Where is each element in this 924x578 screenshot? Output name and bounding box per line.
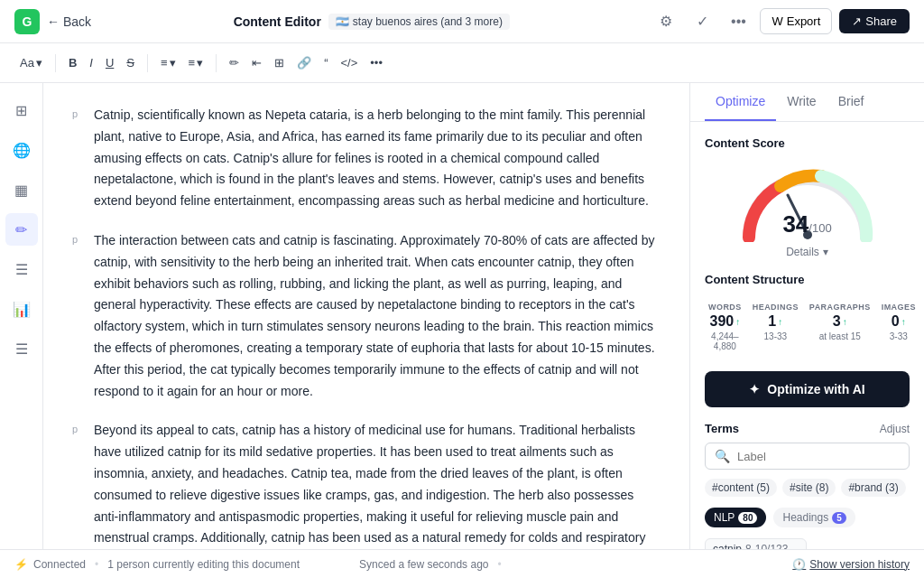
export-button[interactable]: W Export: [760, 8, 832, 34]
tab-brief[interactable]: Brief: [827, 83, 875, 121]
headings-tab-label: Headings: [782, 511, 828, 524]
topbar: G ← Back Content Editor 🇦🇷 stay buenos a…: [0, 0, 924, 43]
tab-write[interactable]: Write: [776, 83, 827, 121]
status-bar: ⚡ Connected • 1 person currently editing…: [0, 549, 924, 578]
terms-title: Terms: [705, 422, 739, 435]
sidebar-list-icon[interactable]: ☰: [5, 253, 38, 285]
tag-list: #content (5) #site (8) #brand (3): [705, 479, 910, 497]
struct-images-value: 0 ↑: [882, 313, 916, 330]
chevron-down-icon: ▾: [823, 246, 828, 258]
flag-icon: 🇦🇷: [336, 15, 349, 28]
topbar-left: G ← Back: [14, 9, 91, 34]
struct-headings-label: HEADINGS: [753, 303, 799, 312]
terms-header: Terms Adjust: [705, 422, 910, 435]
headings-badge: 5: [832, 512, 846, 524]
nlp-badge: 80: [738, 512, 757, 524]
nlp-tab-label: NLP: [714, 511, 735, 524]
content-structure-grid: WORDS 390 ↑ 4,244–4,880 HEADINGS 1 ↑ 13-…: [705, 297, 910, 357]
code-button[interactable]: </>: [336, 52, 364, 73]
sidebar-tabs: Optimize Write Brief: [690, 83, 924, 122]
export-label: Export: [787, 14, 821, 28]
paragraph-block: p The interaction between cats and catni…: [72, 230, 661, 402]
show-history-link[interactable]: 🕐 Show version history: [792, 558, 910, 571]
struct-images: IMAGES 0 ↑ 3-33: [878, 297, 919, 357]
tab-optimize[interactable]: Optimize: [705, 83, 776, 121]
wp-icon: W: [772, 14, 782, 28]
struct-paragraphs-range: at least 15: [809, 331, 871, 341]
bold-button[interactable]: B: [63, 52, 82, 73]
sidebar-chart-icon[interactable]: 📊: [5, 293, 38, 325]
struct-paragraphs-value: 3 ↑: [809, 313, 871, 330]
list-button[interactable]: ≡ ▾: [183, 52, 209, 73]
tag-content[interactable]: #content (5): [705, 479, 777, 497]
indent-button[interactable]: ⇤: [246, 52, 267, 73]
image-button[interactable]: ⊞: [269, 52, 290, 73]
italic-button[interactable]: I: [84, 52, 98, 73]
struct-images-range: 3-33: [882, 331, 916, 341]
tag-brand[interactable]: #brand (3): [841, 479, 905, 497]
quote-button[interactable]: “: [319, 52, 333, 73]
terms-search-input[interactable]: [737, 450, 900, 463]
paragraph-text-3[interactable]: Beyond its appeal to cats, catnip has a …: [94, 420, 661, 549]
struct-images-label: IMAGES: [882, 303, 916, 312]
share-label: Share: [865, 14, 897, 28]
share-button[interactable]: ↗ Share: [839, 9, 910, 33]
arrow-up-icon: ↑: [735, 317, 740, 327]
paragraph-text-2[interactable]: The interaction between cats and catnip …: [94, 230, 661, 402]
insert-group: ✏ ⇤ ⊞ 🔗 “ </> •••: [224, 52, 388, 73]
settings-button[interactable]: ⚙: [651, 7, 680, 36]
term-catnip[interactable]: catnip 8-10/123 ⌄: [705, 538, 807, 549]
underline-button[interactable]: U: [100, 52, 119, 73]
sidebar-globe-icon[interactable]: 🌐: [5, 134, 38, 166]
sidebar-home-icon[interactable]: ⊞: [5, 94, 38, 126]
format-group: B I U S: [63, 52, 140, 73]
details-link[interactable]: Details ▾: [705, 246, 910, 258]
paragraph-block: p Beyond its appeal to cats, catnip has …: [72, 420, 661, 549]
score-value: 34: [782, 210, 808, 238]
adjust-link[interactable]: Adjust: [880, 423, 910, 435]
align-button[interactable]: ≡ ▾: [155, 52, 181, 73]
share-icon: ↗: [852, 14, 862, 28]
highlight-button[interactable]: ✏: [224, 52, 245, 73]
term-range: 8-10/123: [745, 543, 788, 549]
editing-info: 1 person currently editing this document: [107, 558, 300, 571]
back-label: Back: [63, 14, 91, 29]
check-button[interactable]: ✓: [688, 7, 716, 36]
main-layout: ⊞ 🌐 ▦ ✏ ☰ 📊 ☰ p Catnip, scientifically k…: [0, 83, 924, 549]
more-toolbar-button[interactable]: •••: [365, 52, 388, 73]
more-options-button[interactable]: •••: [724, 7, 753, 36]
doc-tag[interactable]: 🇦🇷 stay buenos aires (and 3 more): [328, 14, 510, 30]
arrow-left-icon: ←: [47, 14, 60, 29]
struct-headings-value: 1 ↑: [753, 313, 799, 330]
align-chevron: ▾: [170, 56, 176, 70]
editor-toolbar: Aa ▾ B I U S ≡ ▾ ≡ ▾ ✏ ⇤ ⊞ 🔗 “ </> •••: [0, 43, 924, 83]
text-style-button[interactable]: Aa ▾: [14, 52, 48, 73]
struct-headings-range: 13-33: [753, 331, 799, 341]
inner-tab-headings[interactable]: Headings 5: [773, 508, 855, 527]
p-marker-3: p: [72, 420, 83, 549]
clock-icon: 🕐: [792, 558, 806, 571]
strikethrough-button[interactable]: S: [121, 52, 140, 73]
sidebar-grid-icon[interactable]: ▦: [5, 173, 38, 206]
sidebar-panel-content: Content Score: [690, 122, 924, 549]
optimize-label: Optimize with AI: [767, 382, 864, 396]
status-sep-2: •: [497, 558, 501, 571]
tag-site[interactable]: #site (8): [782, 479, 836, 497]
optimize-ai-button[interactable]: ✦ Optimize with AI: [705, 371, 910, 407]
back-button[interactable]: ← Back: [47, 14, 91, 29]
status-sep-1: •: [95, 558, 98, 571]
sidebar-menu-icon[interactable]: ☰: [5, 332, 38, 365]
paragraph-text-1[interactable]: Catnip, scientifically known as Nepeta c…: [94, 105, 661, 212]
score-gauge: 34/100: [705, 161, 910, 242]
lightning-icon: ⚡: [14, 558, 28, 571]
link-button[interactable]: 🔗: [291, 52, 317, 73]
sidebar-edit-icon[interactable]: ✏: [5, 213, 38, 246]
toolbar-separator-3: [216, 54, 217, 72]
topbar-right: ⚙ ✓ ••• W Export ↗ Share: [651, 7, 910, 36]
inner-tab-nlp[interactable]: NLP 80: [705, 508, 766, 527]
terms-search-box[interactable]: 🔍: [705, 443, 910, 470]
align-group: ≡ ▾ ≡ ▾: [155, 52, 208, 73]
gauge-score: 34/100: [782, 210, 831, 238]
editor-area[interactable]: p Catnip, scientifically known as Nepeta…: [43, 83, 689, 549]
right-sidebar: Optimize Write Brief Content Score: [689, 83, 924, 549]
